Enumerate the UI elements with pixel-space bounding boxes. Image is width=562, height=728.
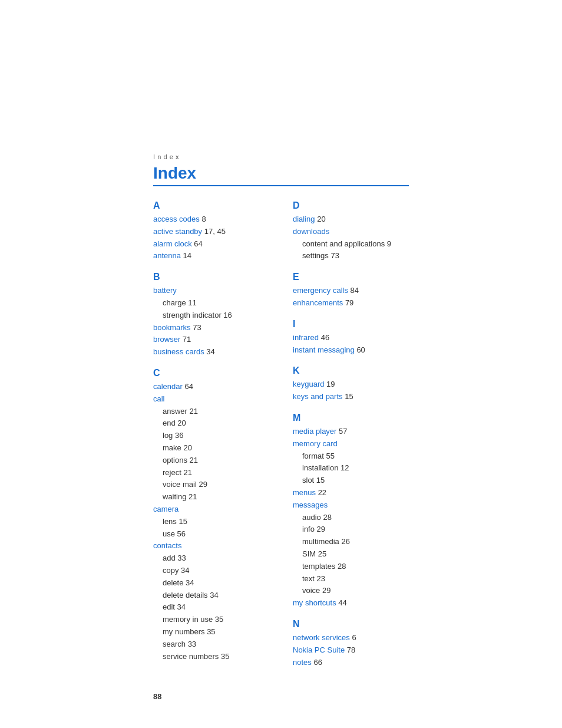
sub-entry: settings 73 <box>293 250 409 262</box>
section-a: Aaccess codes 8active standby 17, 45alar… <box>153 200 269 262</box>
entry-link[interactable]: memory card <box>293 439 338 448</box>
index-columns: Aaccess codes 8active standby 17, 45alar… <box>153 200 409 678</box>
entry-number: 78 <box>345 645 355 654</box>
entry-number: 64 <box>192 239 203 248</box>
entry-link[interactable]: my shortcuts <box>293 598 336 607</box>
entry-link[interactable]: bookmarks <box>153 323 191 332</box>
sub-entry: installation 12 <box>293 462 409 475</box>
sub-entry: delete details 34 <box>153 589 269 602</box>
entry-number: 15 <box>343 392 353 401</box>
section-letter-a: A <box>153 200 269 211</box>
entry-number: 34 <box>204 347 215 356</box>
entry-number: 66 <box>312 658 322 667</box>
entry-link[interactable]: access codes <box>153 215 200 223</box>
entry-number: 73 <box>191 323 201 332</box>
sub-entry: waiting 21 <box>153 491 269 503</box>
index-entry: menus 22 <box>293 487 409 499</box>
index-entry: network services 6 <box>293 632 409 644</box>
section-letter-n: N <box>293 619 409 630</box>
index-entry: instant messaging 60 <box>293 344 409 357</box>
sub-entry: delete 34 <box>153 577 269 589</box>
entry-link[interactable]: infrared <box>293 333 319 342</box>
entry-link[interactable]: battery <box>153 286 177 295</box>
index-entry: emergency calls 84 <box>293 285 409 297</box>
entry-number: 84 <box>348 286 359 295</box>
entry-number: 8 <box>200 215 206 223</box>
entry-link[interactable]: active standby <box>153 227 202 236</box>
index-entry: Nokia PC Suite 78 <box>293 644 409 657</box>
index-entry: bookmarks 73 <box>153 322 269 334</box>
entry-number: 44 <box>336 598 347 607</box>
entry-link[interactable]: dialing <box>293 215 315 223</box>
entry-link[interactable]: enhancements <box>293 298 343 307</box>
index-entry: camera <box>153 503 269 516</box>
index-entry: active standby 17, 45 <box>153 226 269 238</box>
sub-entry: charge 11 <box>153 297 269 309</box>
sub-entry: options 21 <box>153 454 269 467</box>
entry-link[interactable]: media player <box>293 427 336 436</box>
entry-link[interactable]: keys and parts <box>293 392 343 401</box>
section-k: Kkeyguard 19keys and parts 15 <box>293 365 409 403</box>
index-entry: antenna 14 <box>153 250 269 262</box>
sub-entry: slot 15 <box>293 475 409 487</box>
section-c: Ccalendar 64callanswer 21end 20log 36mak… <box>153 368 269 663</box>
sub-entry: info 29 <box>293 523 409 536</box>
entry-link[interactable]: network services <box>293 633 350 642</box>
index-entry: contacts <box>153 540 269 552</box>
section-e: Eemergency calls 84enhancements 79 <box>293 272 409 309</box>
entry-link[interactable]: instant messaging <box>293 345 355 354</box>
sub-entry: voice mail 29 <box>153 479 269 491</box>
breadcrumb: I n d e x <box>153 153 409 160</box>
section-d: Ddialing 20downloadscontent and applicat… <box>293 200 409 262</box>
section-letter-i: I <box>293 319 409 330</box>
index-entry: notes 66 <box>293 657 409 669</box>
entry-number: 19 <box>324 380 335 388</box>
index-entry: battery <box>153 285 269 297</box>
entry-link[interactable]: calendar <box>153 382 183 391</box>
entry-link[interactable]: menus <box>293 488 316 497</box>
title-divider <box>153 185 409 186</box>
entry-link[interactable]: camera <box>153 505 178 513</box>
entry-link[interactable]: Nokia PC Suite <box>293 645 345 654</box>
index-entry: downloads <box>293 226 409 238</box>
entry-link[interactable]: messages <box>293 500 328 509</box>
page-title: Index <box>153 164 409 183</box>
entry-link[interactable]: antenna <box>153 251 181 260</box>
entry-link[interactable]: business cards <box>153 347 204 356</box>
entry-link[interactable]: alarm clock <box>153 239 192 248</box>
index-entry: keys and parts 15 <box>293 391 409 403</box>
sub-entry: log 36 <box>153 430 269 442</box>
entry-number: 46 <box>319 333 329 342</box>
sub-entry: content and applications 9 <box>293 238 409 251</box>
entry-link[interactable]: downloads <box>293 227 329 236</box>
entry-number: 64 <box>183 382 193 391</box>
index-entry: business cards 34 <box>153 346 269 358</box>
index-entry: infrared 46 <box>293 332 409 344</box>
page: I n d e x Index Aaccess codes 8active st… <box>0 0 562 728</box>
entry-number: 17, 45 <box>202 227 226 236</box>
entry-link[interactable]: browser <box>153 335 180 344</box>
sub-entry: format 55 <box>293 450 409 463</box>
index-entry: enhancements 79 <box>293 297 409 309</box>
section-b: Bbatterycharge 11strength indicator 16bo… <box>153 272 269 358</box>
entry-link[interactable]: emergency calls <box>293 286 348 295</box>
sub-entry: templates 28 <box>293 561 409 573</box>
index-entry: media player 57 <box>293 426 409 438</box>
entry-link[interactable]: keyguard <box>293 380 324 388</box>
index-entry: alarm clock 64 <box>153 238 269 251</box>
index-entry: keyguard 19 <box>293 378 409 391</box>
sub-entry: memory in use 35 <box>153 614 269 626</box>
sub-entry: lens 15 <box>153 516 269 528</box>
sub-entry: end 20 <box>153 417 269 430</box>
index-entry: memory card <box>293 438 409 450</box>
sub-entry: my numbers 35 <box>153 626 269 638</box>
entry-link[interactable]: contacts <box>153 541 181 550</box>
index-entry: messages <box>293 499 409 512</box>
entry-number: 14 <box>181 251 191 260</box>
sub-entry: voice 29 <box>293 585 409 597</box>
entry-number: 20 <box>315 215 326 223</box>
sub-entry: service numbers 35 <box>153 651 269 663</box>
entry-link[interactable]: notes <box>293 658 312 667</box>
entry-link[interactable]: call <box>153 394 165 403</box>
sub-entry: multimedia 26 <box>293 536 409 548</box>
